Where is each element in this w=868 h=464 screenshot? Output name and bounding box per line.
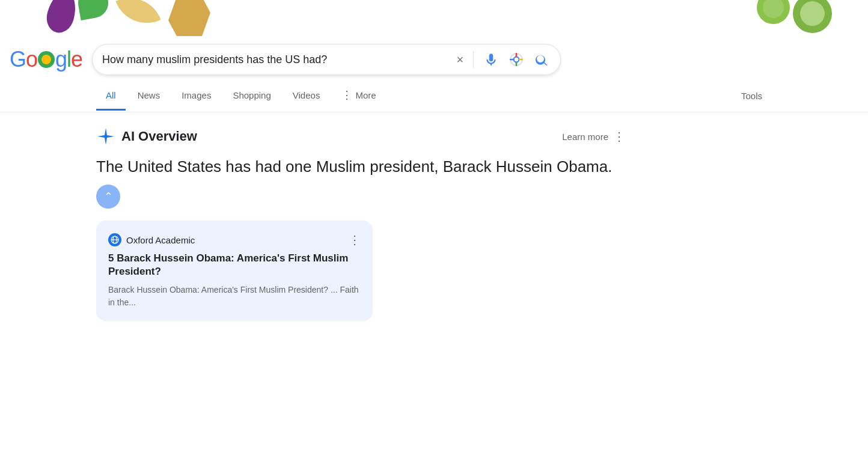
green-herb-decoration (76, 0, 111, 20)
search-submit-button[interactable] (531, 50, 551, 69)
food-banner (0, 0, 868, 39)
google-logo[interactable]: G o g l e (10, 47, 82, 72)
ai-overview-section: AI Overview Learn more ⋮ The United Stat… (96, 127, 625, 321)
clear-search-button[interactable]: × (454, 50, 466, 69)
ai-overview-actions: Learn more ⋮ (562, 129, 625, 144)
logo-g: G (10, 47, 26, 72)
tab-shopping[interactable]: Shopping (223, 82, 280, 111)
voice-search-button[interactable] (481, 49, 501, 70)
logo-g2: g (55, 47, 67, 72)
tab-videos[interactable]: Videos (283, 82, 330, 111)
lime2-decoration (793, 0, 832, 33)
tab-images[interactable]: Images (172, 82, 221, 111)
navigation-tabs: All News Images Shopping Videos ⋮ More T… (0, 80, 868, 112)
ai-overview-title: AI Overview (96, 127, 197, 146)
tab-more[interactable]: ⋮ More (332, 80, 385, 112)
svg-point-1 (514, 57, 519, 63)
purple-veggie-decoration (43, 0, 81, 36)
header: G o g l e × (0, 39, 868, 80)
chevron-up-icon: ⌃ (104, 190, 113, 203)
ai-answer-text: The United States has had one Muslim pre… (96, 156, 612, 177)
source-header: Oxford Academic ⋮ (108, 233, 361, 247)
source-title[interactable]: 5 Barack Hussein Obama: America's First … (108, 252, 361, 278)
more-dots-icon: ⋮ (341, 88, 353, 102)
search-input[interactable] (102, 53, 449, 66)
main-content: AI Overview Learn more ⋮ The United Stat… (0, 112, 721, 350)
source-card: Oxford Academic ⋮ 5 Barack Hussein Obama… (96, 221, 373, 320)
learn-more-button[interactable]: Learn more (562, 132, 608, 142)
ai-answer-container: The United States has had one Muslim pre… (96, 156, 625, 209)
search-bar: × (92, 44, 561, 75)
source-name-row: Oxford Academic (108, 233, 195, 246)
collapse-button[interactable]: ⌃ (96, 185, 120, 209)
source-globe-icon (108, 233, 121, 246)
ai-star-icon (96, 127, 115, 146)
search-icon (534, 52, 548, 67)
ai-overview-header: AI Overview Learn more ⋮ (96, 127, 625, 146)
chip-decoration (168, 0, 210, 36)
lime1-decoration (757, 0, 790, 24)
tab-news[interactable]: News (128, 82, 170, 111)
mic-icon (483, 52, 499, 67)
source-card-menu-button[interactable]: ⋮ (349, 233, 361, 247)
ai-overview-menu-button[interactable]: ⋮ (613, 129, 625, 144)
image-search-button[interactable] (506, 49, 527, 70)
tools-button[interactable]: Tools (732, 82, 772, 109)
globe-icon (111, 236, 119, 244)
source-name-text: Oxford Academic (126, 235, 195, 245)
logo-l: l (67, 47, 71, 72)
logo-dot-inner (41, 55, 51, 64)
tab-all[interactable]: All (96, 82, 126, 111)
logo-o1: o (26, 47, 37, 72)
logo-dot (38, 51, 55, 68)
logo-e: e (71, 47, 82, 72)
search-divider (473, 51, 474, 68)
source-snippet: Barack Hussein Obama: America's First Mu… (108, 284, 361, 309)
banana-decoration (115, 0, 160, 32)
lens-icon (509, 52, 524, 67)
